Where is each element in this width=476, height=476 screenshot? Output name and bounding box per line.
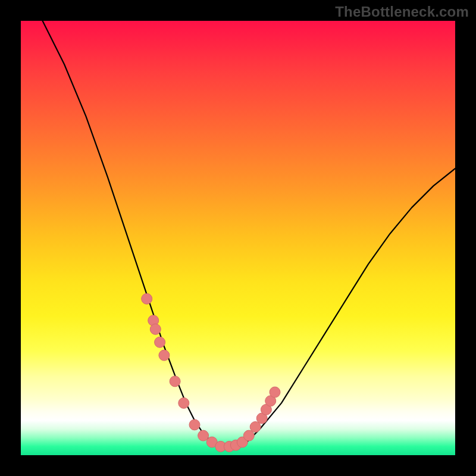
data-marker <box>142 293 152 304</box>
data-marker <box>155 337 165 347</box>
data-marker <box>159 350 170 361</box>
data-marker <box>189 419 200 430</box>
watermark-text: TheBottleneck.com <box>335 4 469 20</box>
data-marker <box>198 430 209 441</box>
data-marker <box>150 324 161 334</box>
chart-svg <box>21 21 455 455</box>
data-marker <box>178 397 189 408</box>
chart-frame: TheBottleneck.com <box>0 0 476 476</box>
bottleneck-curve <box>43 21 456 446</box>
data-marker <box>170 376 180 387</box>
marker-group <box>142 293 280 452</box>
plot-area <box>21 21 455 455</box>
data-marker <box>270 387 280 397</box>
